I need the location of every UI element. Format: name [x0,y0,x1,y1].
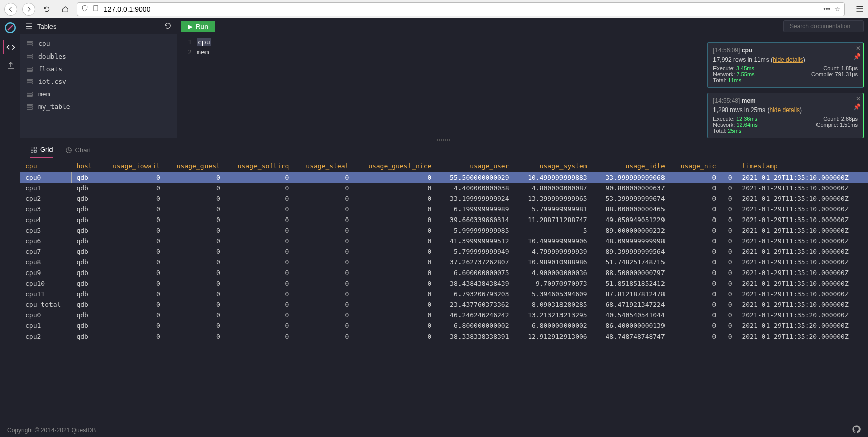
github-icon[interactable] [852,425,861,435]
bookmark-icon[interactable]: ☆ [834,5,840,13]
table-row[interactable]: cpu1qdb000004.4000000000384.800000000087… [20,183,868,193]
back-button[interactable] [4,3,17,16]
hide-details-link[interactable]: hide details [773,56,803,63]
svg-rect-9 [27,68,33,69]
upload-tab-icon[interactable] [3,59,17,73]
notification: ✕📌[14:55:48] mem1,298 rows in 25ms (hide… [707,93,864,138]
reload-button[interactable] [40,3,54,16]
table-row[interactable]: cpu6qdb0000041.39999999951210.4999999999… [20,236,868,246]
notification: ✕📌[14:56:09] cpu17,992 rows in 11ms (hid… [707,42,864,88]
footer: Copyright © 2014-2021 QuestDB [0,423,868,437]
column-header[interactable]: usage_guest [165,159,225,172]
column-header[interactable]: usage_iowait [100,159,165,172]
table-row[interactable]: cpu11qdb000006.7932067932035.39460539460… [20,289,868,299]
column-header[interactable]: usage_idle [592,159,670,172]
svg-rect-12 [27,81,33,82]
pin-icon[interactable]: 📌 [853,103,861,111]
code-tab-icon[interactable] [3,40,17,54]
refresh-icon[interactable] [164,22,172,31]
tab-grid[interactable]: Grid [30,142,53,158]
hide-details-link[interactable]: hide details [769,106,800,114]
close-icon[interactable]: ✕ [856,45,861,52]
table-item[interactable]: iot.csv [20,75,177,88]
table-item[interactable]: my_table [20,100,177,113]
column-header[interactable]: cpu [20,159,71,172]
table-row[interactable]: cpu3qdb000006.1999999999895.799999999981… [20,204,868,214]
table-row[interactable]: cpu10qdb0000038.4384384384399.7097097097… [20,278,868,289]
forward-button[interactable] [22,3,35,16]
column-header[interactable]: usage_user [436,159,514,172]
shield-icon [81,5,88,13]
browser-chrome: ••• ☆ ☰ [0,0,868,18]
svg-rect-13 [27,83,33,84]
svg-rect-22 [31,150,33,152]
table-row[interactable]: cpu4qdb0000039.66033966031411.2887112887… [20,214,868,225]
column-header[interactable]: host [71,159,100,172]
table-row[interactable]: cpu5qdb000005.999999999985589.0000000002… [20,225,868,236]
home-button[interactable] [59,3,72,16]
svg-rect-17 [27,104,33,105]
svg-rect-14 [27,92,33,93]
svg-rect-6 [27,56,33,57]
left-rail [0,18,20,423]
tab-chart-label: Chart [75,146,91,154]
svg-rect-19 [27,108,33,109]
table-list: cpudoublesfloatsiot.csvmemmy_table [20,34,177,116]
svg-rect-7 [27,58,33,59]
table-row[interactable]: cpu-totalqdb0000023.4377603733628.090318… [20,299,868,310]
table-row[interactable]: cpu2qdb0000038.33833833839112.9129129130… [20,331,868,342]
run-label: Run [196,23,208,30]
table-row[interactable]: cpu7qdb000005.7999999999494.799999999939… [20,246,868,257]
app-root: ☰ Tables cpudoublesfloatsiot.csvmemmy_ta… [0,18,868,423]
tables-panel: ☰ Tables cpudoublesfloatsiot.csvmemmy_ta… [20,18,177,138]
svg-rect-23 [34,150,36,152]
results-tabs: Grid Chart [20,141,868,159]
notification-stack: ✕📌[14:56:09] cpu17,992 rows in 11ms (hid… [707,42,864,138]
results-panel: Grid Chart cpuhostusage_iowaitusage_gues… [20,141,868,423]
column-header[interactable] [721,159,737,172]
svg-rect-5 [27,54,33,55]
column-header[interactable]: usage_softirq [225,159,294,172]
column-header[interactable]: usage_steal [294,159,354,172]
tables-header: ☰ Tables [20,18,177,34]
run-button[interactable]: ▶ Run [181,21,215,32]
column-header[interactable]: usage_guest_nice [354,159,436,172]
svg-rect-10 [27,70,33,71]
more-icon[interactable]: ••• [823,5,830,13]
table-row[interactable]: cpu9qdb000006.6000000000754.900000000036… [20,267,868,278]
svg-rect-0 [94,6,98,11]
table-row[interactable]: cpu0qdb0000046.24624624624213.2132132132… [20,310,868,320]
column-header[interactable]: usage_system [515,159,592,172]
page-icon [92,5,99,13]
table-item[interactable]: cpu [20,37,177,50]
table-item[interactable]: doubles [20,50,177,63]
pin-icon[interactable]: 📌 [853,53,861,60]
search-doc-input[interactable] [783,20,864,32]
table-row[interactable]: cpu1qdb000006.8000000000026.800000000002… [20,320,868,331]
app-logo [4,21,17,34]
svg-rect-20 [31,147,33,149]
svg-rect-3 [27,43,33,44]
tables-menu-icon[interactable]: ☰ [25,22,32,31]
copyright-text: Copyright © 2014-2021 QuestDB [7,427,96,434]
tab-grid-label: Grid [40,146,53,153]
browser-menu-icon[interactable]: ☰ [856,4,864,15]
svg-rect-11 [27,79,33,80]
play-icon: ▶ [188,23,193,30]
column-header[interactable]: timestamp [737,159,868,172]
table-wrap[interactable]: cpuhostusage_iowaitusage_guestusage_soft… [20,159,868,423]
svg-rect-4 [27,45,33,46]
table-row[interactable]: cpu2qdb0000033.19999999992413.3999999999… [20,193,868,204]
url-bar[interactable]: ••• ☆ [77,2,845,16]
data-table: cpuhostusage_iowaitusage_guestusage_soft… [20,159,868,342]
table-item[interactable]: floats [20,63,177,75]
close-icon[interactable]: ✕ [856,95,861,102]
column-header[interactable]: usage_nic [670,159,721,172]
svg-rect-18 [27,106,33,107]
svg-rect-2 [27,41,33,42]
url-input[interactable] [104,5,819,13]
table-row[interactable]: cpu0qdb0000055.50000000002910.4999999998… [20,172,868,183]
table-row[interactable]: cpu8qdb0000037.26273726280710.9890109889… [20,257,868,267]
table-item[interactable]: mem [20,88,177,100]
tab-chart[interactable]: Chart [65,142,91,158]
